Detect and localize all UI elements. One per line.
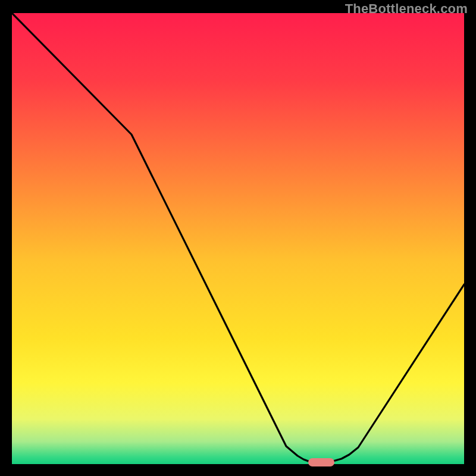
plot-area [12, 13, 464, 464]
bottleneck-curve [12, 13, 464, 464]
chart-frame: TheBottleneck.com [0, 0, 476, 476]
optimum-marker [308, 458, 334, 466]
